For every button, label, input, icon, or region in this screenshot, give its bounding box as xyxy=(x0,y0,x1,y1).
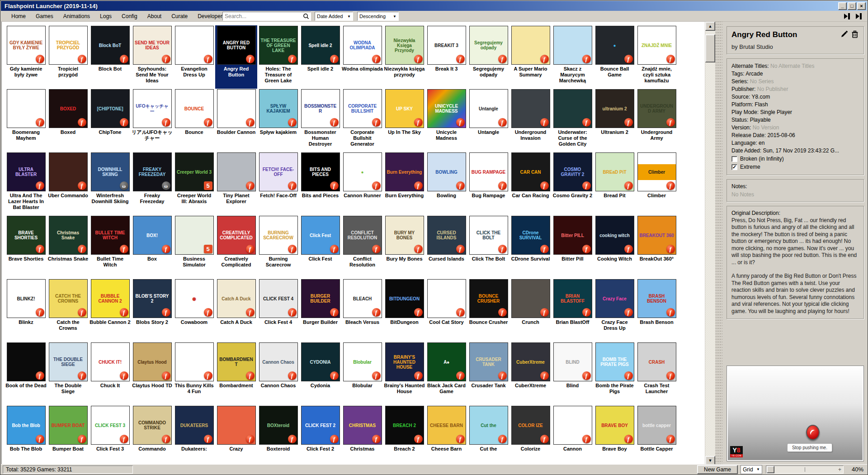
game-thumbnail[interactable]: ●f xyxy=(343,152,382,191)
game-cell[interactable]: fCrunch xyxy=(509,279,552,342)
game-thumbnail[interactable]: Block BoTf xyxy=(91,26,130,65)
game-thumbnail[interactable]: [CHIPTONE]f xyxy=(91,89,130,128)
game-cell[interactable]: fThis Bunny Kills 4 Fun xyxy=(173,342,215,405)
game-thumbnail[interactable]: f xyxy=(427,279,466,318)
game-cell[interactable]: fTiny Planet Explorer xyxy=(215,152,257,215)
game-thumbnail[interactable]: BOXteroidf xyxy=(259,406,298,445)
game-cell[interactable]: TROPICIEL PRZYGÓDfTropiciel przygód xyxy=(47,25,89,89)
game-thumbnail[interactable]: BREAKIT 3f xyxy=(427,26,466,65)
game-thumbnail[interactable]: CHRISTMASf xyxy=(343,406,382,445)
game-thumbnail[interactable]: BLEACHf xyxy=(343,279,382,318)
game-cell[interactable]: THE TREASURE OF GREEN LAKEfHoles: The Tr… xyxy=(257,25,299,89)
game-thumbnail[interactable]: CURSED ISLANDSf xyxy=(427,216,466,255)
game-cell[interactable]: CORPORATE BULLSHITfCorporate Bullshit Ge… xyxy=(341,89,383,152)
game-thumbnail[interactable]: BURGER BUILDERf xyxy=(301,279,340,318)
game-cell[interactable]: CDrone SURVIVALfCDrone Survival xyxy=(509,215,552,279)
game-cell[interactable]: UFOキャッチャーfリアルUFOキャッチャー xyxy=(131,89,173,152)
game-thumbnail[interactable]: Crazy Facef xyxy=(595,279,634,318)
game-thumbnail[interactable]: Claytus Hoodf xyxy=(133,342,172,381)
game-thumbnail[interactable]: Niezwykła Księga Przyrodyf xyxy=(385,26,424,65)
game-thumbnail[interactable]: GDY KAMIENIE BYŁY ŻYWEf xyxy=(7,26,46,65)
game-cell[interactable]: BRAVE BOYfBrave Boy xyxy=(594,405,636,465)
game-thumbnail[interactable]: A♠f xyxy=(427,342,466,381)
game-cell[interactable]: BITDUNGEONfBitDungeon xyxy=(383,279,425,342)
field-value[interactable]: Arcade xyxy=(745,71,763,77)
game-thumbnail[interactable]: BLINKZ!f xyxy=(7,279,46,318)
field-value[interactable]: No Publisher xyxy=(757,86,788,92)
game-thumbnail[interactable]: BURNING SCARECROWf xyxy=(259,216,298,255)
game-cell[interactable]: FREAKY FREEZEDAYωFreaky Freezeday xyxy=(131,152,173,215)
game-cell[interactable]: fBoulder Cannon xyxy=(215,89,257,152)
slider-knob[interactable] xyxy=(767,466,774,473)
game-cell[interactable]: BLINKZ!fBlinkz xyxy=(5,279,47,342)
game-cell[interactable]: THE DOUBLE SIEGEfThe Double Siege xyxy=(47,342,89,405)
game-cell[interactable]: UNICYCLE MADNESSfUnicycle Madness xyxy=(425,89,467,152)
game-cell[interactable]: BUMPER BOATfBumper Boat xyxy=(47,405,89,465)
game-thumbnail[interactable]: ●f xyxy=(595,26,634,65)
game-thumbnail[interactable]: CuberXtremef xyxy=(511,342,550,381)
field-value[interactable]: en xyxy=(759,140,764,146)
game-cell[interactable]: BUG RAMPAGEfBug Rampage xyxy=(467,152,509,215)
game-thumbnail[interactable]: SPŁYW KAJAKIEMf xyxy=(259,89,298,128)
unchecked-checkbox[interactable] xyxy=(731,156,737,162)
menu-item-curate[interactable]: Curate xyxy=(166,12,193,21)
game-thumbnail[interactable]: Climberf xyxy=(637,152,676,191)
game-cell[interactable]: SEND ME YOUR IDEASfSpyhounds: Send Me Yo… xyxy=(131,25,173,89)
search-input[interactable] xyxy=(223,13,302,19)
game-cell[interactable]: Catch A DuckfCatch A Duck xyxy=(215,279,257,342)
game-thumbnail[interactable]: f xyxy=(217,152,256,191)
game-cell[interactable]: UntanglefUntangle xyxy=(467,89,509,152)
game-cell[interactable]: fBoomerang Mayhem xyxy=(5,89,47,152)
game-thumbnail[interactable]: Burn Everythingf xyxy=(385,152,424,191)
game-thumbnail[interactable]: BULLET TIME WITCHf xyxy=(91,216,130,255)
game-thumbnail[interactable]: BUBBLE CANNON 2f xyxy=(91,279,130,318)
game-thumbnail[interactable]: BITS AND PIECESf xyxy=(301,152,340,191)
game-cell[interactable]: BRAINY'S HAUNTED HOUSEfBrainy's Haunted … xyxy=(383,342,425,405)
game-cell[interactable]: FETCH! FACE-OFFfFetch! Face-Off xyxy=(257,152,299,215)
game-thumbnail[interactable]: COSMO GRAVITY 2f xyxy=(553,152,592,191)
game-thumbnail[interactable]: UFOキャッチャーf xyxy=(133,89,172,128)
game-thumbnail[interactable]: f xyxy=(49,152,88,191)
game-cell[interactable]: BURNING SCARECROWfBurning Scarecrow xyxy=(257,215,299,279)
game-cell[interactable]: CLICK FEST 3fClick Fest 3 xyxy=(89,405,131,465)
game-thumbnail[interactable]: BUG RAMPAGEf xyxy=(469,152,508,191)
game-thumbnail[interactable]: CLICK THE BOLTf xyxy=(469,216,508,255)
game-cell[interactable]: UP SKYfUp In The Sky xyxy=(383,89,425,152)
game-cell[interactable]: ANGRY RED BUTTONfAngry Red Button xyxy=(215,25,257,89)
game-thumbnail[interactable]: BOXEDf xyxy=(49,89,88,128)
game-thumbnail[interactable]: BOMB THE PIRATE PIGSf xyxy=(595,342,634,381)
game-thumbnail[interactable]: CRUSADER TANKf xyxy=(469,342,508,381)
game-thumbnail[interactable]: f xyxy=(511,279,550,318)
game-thumbnail[interactable]: Blobularf xyxy=(343,342,382,381)
game-thumbnail[interactable]: Bob the Blobf xyxy=(7,406,46,445)
game-thumbnail[interactable]: BREaD PiTf xyxy=(595,152,634,191)
game-thumbnail[interactable]: CLICK FEST 3f xyxy=(91,406,130,445)
checked-checkbox[interactable]: ✓ xyxy=(731,164,737,170)
game-cell[interactable]: BURY MY BONESfBury My Bones xyxy=(383,215,425,279)
game-cell[interactable]: CHEESE BARNfCheese Barn xyxy=(425,405,467,465)
game-cell[interactable]: Bitter PILLfBitter Pill xyxy=(552,215,594,279)
game-thumbnail[interactable]: TROPICIEL PRZYGÓDf xyxy=(49,26,88,65)
notes-value[interactable]: No Notes xyxy=(731,191,859,198)
game-thumbnail[interactable]: CREATIVELY COMPLICATEDf xyxy=(217,216,256,255)
game-thumbnail[interactable]: f xyxy=(511,89,550,128)
game-thumbnail[interactable]: COMMANDO STRIKEf xyxy=(133,406,172,445)
game-thumbnail[interactable]: ◉f xyxy=(175,279,214,318)
game-cell[interactable]: Click FestfClick Fest xyxy=(299,215,341,279)
menu-item-logs[interactable]: Logs xyxy=(95,12,117,21)
game-thumbnail[interactable]: COLOR IZEf xyxy=(511,406,550,445)
game-cell[interactable]: A♠fBlack Jack Card Game xyxy=(425,342,467,405)
game-thumbnail[interactable]: BITDUNGEONf xyxy=(385,279,424,318)
game-cell[interactable]: fCrazy xyxy=(215,405,257,465)
scroll-down-icon[interactable]: ▼ xyxy=(705,456,715,465)
game-thumbnail[interactable]: f xyxy=(553,26,592,65)
game-cell[interactable]: Creeper World 35Creeper World III: Abrax… xyxy=(173,152,215,215)
view-mode-dropdown[interactable]: Grid ▼ xyxy=(741,465,762,474)
game-thumbnail[interactable]: CORPORATE BULLSHITf xyxy=(343,89,382,128)
game-thumbnail[interactable]: Segregujemy odpadyf xyxy=(469,26,508,65)
game-cell[interactable]: UNDERGROUND ARMYfUnderground Army xyxy=(636,89,678,152)
panel-splitter[interactable] xyxy=(715,22,722,465)
game-thumbnail[interactable]: f xyxy=(7,89,46,128)
game-thumbnail[interactable]: CAR CANf xyxy=(511,152,550,191)
game-thumbnail[interactable]: bottle capperf xyxy=(637,406,676,445)
